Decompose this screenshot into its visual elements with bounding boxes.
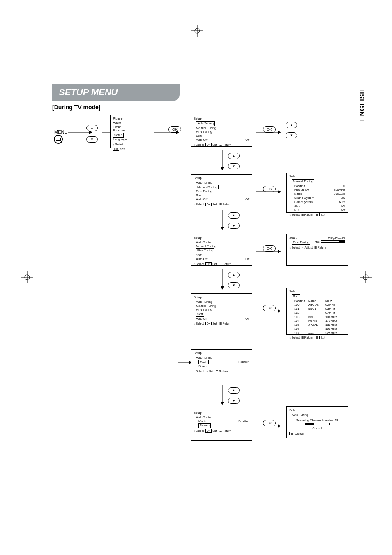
arrow-down-icon [220,210,224,230]
menu-item-highlighted: Setup [113,133,124,138]
menu-item: Function [113,129,148,133]
panel-subtitle: Sort [292,294,300,299]
panel-subtitle: Auto Tuning [289,413,345,417]
panel-subtitle: Fine Tuning [292,240,310,245]
table-cell: 106 [294,327,308,331]
menu-item: Audio [113,121,148,125]
menu-item: Manual Tuning [194,304,249,308]
ok-button: OK [263,244,276,252]
fine-tuning-osd: SetupProg.No.199 Fine Tuning+56 ↕ Select… [286,234,348,266]
ok-button: OK [263,184,276,192]
menu-item: Sort [194,193,249,198]
table-cell: 62MHz [325,303,343,307]
svg-marker-28 [278,309,281,313]
connector-line [178,147,194,364]
page-title: SETUP MENU [52,84,180,101]
down-button: ▼ [228,281,240,288]
menu-item-highlighted: Sort [196,312,204,317]
menu-item: Mode [198,419,206,424]
table-cell: 199MHz [325,327,343,331]
menu-item: Manual Tuning [194,126,249,130]
down-button: ▼ [228,161,240,169]
table-cell: FGHIJ [308,319,325,323]
table-cell: 100 [294,303,308,307]
menu-item: Search [198,364,208,368]
up-button: ▲ [228,386,240,393]
sort-osd: Setup Sort Position Name MHz 100ABCDE62M… [286,288,348,335]
table-cell: 104 [294,319,308,323]
up-button: ▲ [286,120,297,128]
menu-item-highlighted: Fine Tuning [196,248,214,253]
down-button: ▼ [86,135,98,142]
table-cell: 106MHz [325,315,343,319]
table-cell: ABCDE [308,303,325,307]
menu-icon [54,135,63,144]
menu-item: Auto Off [196,257,207,261]
main-menu-osd: Picture Audio Timer Function Setup Langu… [110,115,151,148]
setup-osd-sort: Setup Auto Tuning Manual Tuning Fine Tun… [191,293,252,325]
manual-tuning-osd: Setup Manual Tuning Position99 Frequency… [286,173,348,213]
table-cell: BBC [308,315,325,319]
arrow-down-icon [220,269,224,290]
menu-item: Timer [113,125,148,129]
progress-bar [321,240,345,243]
svg-marker-10 [89,131,92,134]
menu-item: Auto Tuning [194,240,249,244]
crop-mark [0,0,4,20]
table-cell: 101 [294,307,308,311]
ok-button: OK [263,125,276,133]
menu-item-highlighted: Search [198,423,211,428]
registration-mark [21,271,33,285]
table-cell: ------ [308,331,325,335]
svg-marker-20 [278,190,281,193]
table-header: MHz [325,299,343,303]
setup-osd-auto: Setup Auto Tuning Manual Tuning Fine Tun… [191,115,252,147]
menu-item-highlighted: Auto Tuning [196,121,215,126]
down-button: ▼ [286,131,297,138]
scanning-osd: Setup Auto Tuning Scanning Channel Numbe… [286,406,348,438]
menu-item: Auto Off [196,317,207,321]
menu-item: Sort [194,253,249,257]
menu-item: Auto Tuning [194,181,249,185]
fine-tuning-value: +56 [314,240,320,244]
menu-item: Fine Tuning [194,189,249,193]
ok-button: OK [263,304,276,311]
cancel-label: Cancel [289,426,345,431]
up-button: ▲ [228,270,240,278]
arrow-down-icon [220,385,224,405]
menu-item: Picture [113,117,148,121]
svg-marker-18 [221,167,224,170]
crop-mark [0,59,4,79]
svg-marker-33 [278,424,281,428]
menu-item: Auto Tuning [194,300,249,304]
scanning-message: Scanning Channel Number: 33 [289,419,345,423]
setup-osd-manual: Setup Auto Tuning Manual Tuning Fine Tun… [191,174,252,206]
menu-item: Auto Off [196,138,207,142]
menu-item: Auto Off [196,198,207,202]
crop-mark [358,509,364,528]
ok-button: OK [263,419,276,426]
crop-mark [0,39,4,59]
table-cell: 105 [294,323,308,327]
svg-marker-24 [278,250,281,253]
panel-subtitle: Manual Tuning [292,179,314,184]
language-tab: ENGLISH [359,89,366,121]
up-button: ▲ [228,151,240,159]
setup-osd-fine: Setup Auto Tuning Manual Tuning Fine Tun… [191,234,252,266]
crop-mark [28,509,34,528]
down-button: ▼ [228,396,240,403]
panel-subtitle: Auto Tuning [194,356,249,360]
table-cell: 103 [294,315,308,319]
crop-mark [358,32,364,51]
menu-item-highlighted: Manual Tuning [196,185,219,190]
crop-mark [0,20,4,39]
table-cell: 189MHz [325,323,343,327]
table-cell: 225MHz [325,331,343,335]
table-cell: ------ [308,327,325,331]
menu-item: Manual Tuning [194,244,249,249]
registration-mark [360,271,372,285]
panel-subtitle: Auto Tuning [194,415,249,419]
up-button: ▲ [228,211,240,218]
menu-label: MENU [54,129,67,134]
auto-tuning-search-osd: Setup Auto Tuning ModePosition Search ↕ … [191,409,252,441]
